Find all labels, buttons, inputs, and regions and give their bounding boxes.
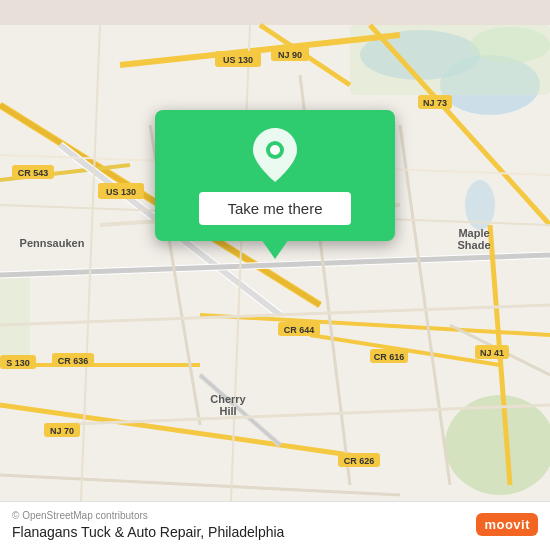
svg-text:CR 616: CR 616	[374, 352, 405, 362]
map-svg: US 130 NJ 90 NJ 73 US 130 CR 543 Pennsau…	[0, 0, 550, 550]
svg-text:CR 644: CR 644	[284, 325, 315, 335]
svg-point-67	[270, 145, 280, 155]
svg-text:Shade: Shade	[457, 239, 490, 251]
svg-text:NJ 41: NJ 41	[480, 348, 504, 358]
location-name: Flanagans Tuck & Auto Repair, Philadelph…	[12, 524, 538, 540]
svg-text:Pennsauken: Pennsauken	[20, 237, 85, 249]
location-pin-icon	[248, 128, 302, 182]
svg-text:US 130: US 130	[223, 55, 253, 65]
svg-text:S 130: S 130	[6, 358, 30, 368]
svg-text:NJ 90: NJ 90	[278, 50, 302, 60]
moovit-logo-text: moovit	[484, 517, 530, 532]
svg-text:CR 543: CR 543	[18, 168, 49, 178]
svg-text:NJ 70: NJ 70	[50, 426, 74, 436]
svg-text:Cherry: Cherry	[210, 393, 246, 405]
svg-text:Maple: Maple	[458, 227, 489, 239]
take-me-there-button[interactable]: Take me there	[199, 192, 350, 225]
svg-rect-7	[0, 275, 30, 355]
svg-text:US 130: US 130	[106, 187, 136, 197]
map-container: US 130 NJ 90 NJ 73 US 130 CR 543 Pennsau…	[0, 0, 550, 550]
map-attribution: © OpenStreetMap contributors	[12, 510, 538, 521]
moovit-logo: moovit	[476, 513, 538, 536]
svg-text:CR 636: CR 636	[58, 356, 89, 366]
svg-text:CR 626: CR 626	[344, 456, 375, 466]
svg-text:NJ 73: NJ 73	[423, 98, 447, 108]
svg-text:Hill: Hill	[219, 405, 236, 417]
popup-card: Take me there	[155, 110, 395, 241]
bottom-bar: © OpenStreetMap contributors Flanagans T…	[0, 501, 550, 550]
